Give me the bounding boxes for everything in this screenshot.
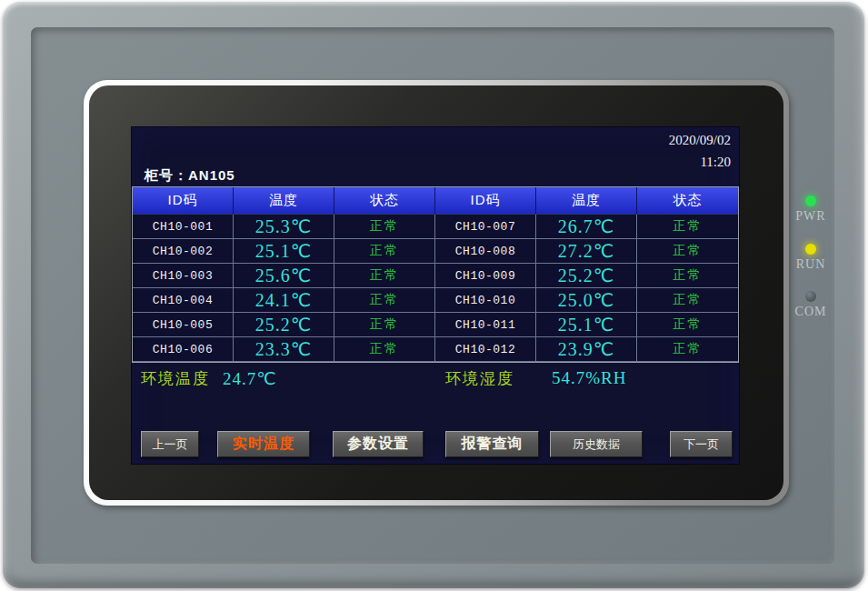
nav-bar: 上一页 实时温度 参数设置 报警查询 历史数据 下一页: [132, 431, 739, 458]
temp-cell: 25.2℃: [536, 264, 637, 288]
header-cell-id-right: ID码: [435, 187, 536, 215]
temp-cell: 26.7℃: [536, 215, 637, 239]
com-led-light: [805, 291, 816, 302]
device-frame: 2020/09/02 11:20 柜号：AN105 ID码 温度 状态 ID码 …: [3, 2, 864, 588]
temp-cell: 25.1℃: [536, 313, 637, 337]
temp-cell: 23.3℃: [234, 337, 334, 362]
nav-prev-page-button[interactable]: 上一页: [141, 431, 199, 457]
id-cell: CH10-007: [435, 215, 536, 239]
status-cell: 正常: [637, 264, 738, 288]
nav-alarm-query-button[interactable]: 报警查询: [445, 431, 539, 457]
header-cell-status-right: 状态: [637, 187, 738, 215]
hmi-panel-photo: 2020/09/02 11:20 柜号：AN105 ID码 温度 状态 ID码 …: [0, 0, 868, 591]
date-text: 2020/09/02: [669, 133, 731, 148]
temp-cell: 25.6℃: [234, 264, 334, 288]
temp-cell: 25.3℃: [234, 215, 334, 239]
ambient-humidity-label: 环境湿度: [445, 368, 514, 389]
header-cell-status-left: 状态: [334, 187, 435, 215]
id-cell: CH10-001: [133, 215, 234, 239]
status-cell: 正常: [637, 288, 738, 313]
temp-cell: 25.2℃: [234, 313, 334, 337]
run-led-light: [805, 244, 816, 255]
ambient-temp-label: 环境温度: [141, 368, 210, 389]
status-cell: 正常: [637, 313, 738, 337]
status-cell: 正常: [334, 288, 435, 313]
status-cell: 正常: [334, 313, 435, 337]
status-cell: 正常: [334, 215, 435, 239]
time-text: 11:20: [669, 155, 731, 170]
id-cell: CH10-004: [133, 288, 234, 313]
id-cell: CH10-008: [435, 239, 536, 264]
temp-cell: 23.9℃: [536, 337, 637, 362]
status-cell: 正常: [334, 264, 435, 288]
pwr-led-light: [805, 195, 816, 206]
id-cell: CH10-012: [435, 337, 536, 362]
nav-param-settings-button[interactable]: 参数设置: [333, 431, 424, 457]
id-cell: CH10-006: [133, 337, 234, 362]
screen-bezel-ring: 2020/09/02 11:20 柜号：AN105 ID码 温度 状态 ID码 …: [84, 80, 789, 506]
led-com: COM: [790, 291, 832, 319]
lcd-display: 2020/09/02 11:20 柜号：AN105 ID码 温度 状态 ID码 …: [132, 127, 739, 464]
datetime: 2020/09/02 11:20: [669, 133, 731, 170]
led-run: RUN: [790, 244, 832, 272]
status-cell: 正常: [637, 239, 738, 264]
temp-cell: 27.2℃: [536, 239, 637, 264]
header-cell-temp-left: 温度: [234, 187, 334, 215]
screen-frame: 2020/09/02 11:20 柜号：AN105 ID码 温度 状态 ID码 …: [89, 85, 783, 500]
nav-history-data-button[interactable]: 历史数据: [550, 431, 643, 457]
status-cell: 正常: [637, 337, 738, 362]
nav-next-page-button[interactable]: 下一页: [670, 431, 733, 457]
pwr-led-label: PWR: [790, 209, 832, 224]
temperature-table: ID码 温度 状态 ID码 温度 状态 CH10-001 25.3℃ 正常 CH…: [132, 186, 739, 363]
temp-cell: 24.1℃: [234, 288, 334, 313]
status-cell: 正常: [637, 215, 738, 239]
ambient-humidity-value: 54.7%RH: [552, 368, 626, 388]
id-cell: CH10-009: [435, 264, 536, 288]
ambient-temp-value: 24.7℃: [223, 368, 277, 389]
id-cell: CH10-002: [133, 239, 234, 264]
header-cell-id-left: ID码: [133, 187, 234, 215]
header-cell-temp-right: 温度: [536, 187, 637, 215]
nav-realtime-temp-button[interactable]: 实时温度: [217, 431, 310, 457]
id-cell: CH10-010: [435, 288, 536, 313]
status-cell: 正常: [334, 337, 435, 362]
led-pwr: PWR: [790, 195, 832, 224]
status-cell: 正常: [334, 239, 435, 264]
temp-cell: 25.1℃: [234, 239, 334, 264]
id-cell: CH10-003: [133, 264, 234, 288]
id-cell: CH10-005: [133, 313, 234, 337]
cabinet-label: 柜号：AN105: [145, 167, 235, 185]
id-cell: CH10-011: [435, 313, 536, 337]
temp-cell: 25.0℃: [536, 288, 637, 313]
ambient-row: 环境温度 24.7℃ 环境湿度 54.7%RH: [132, 365, 739, 396]
com-led-label: COM: [790, 305, 832, 319]
run-led-label: RUN: [790, 257, 832, 272]
